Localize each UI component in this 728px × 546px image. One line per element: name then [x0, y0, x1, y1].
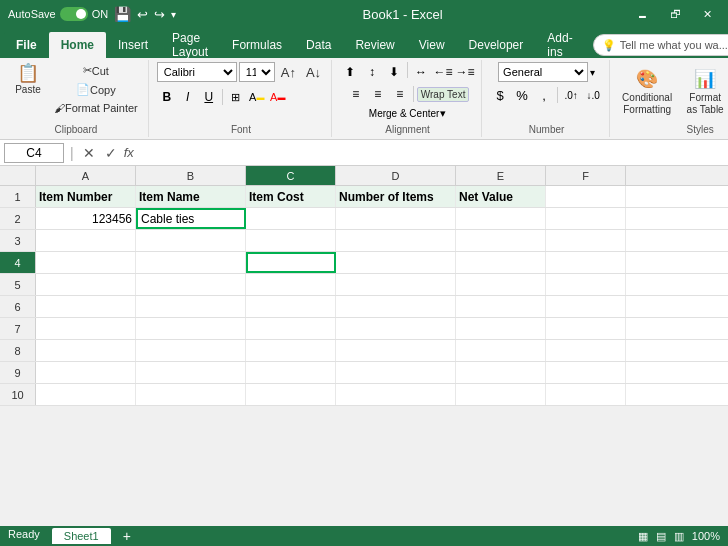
cell-c1[interactable]: Item Cost [246, 186, 336, 207]
row-header-10[interactable]: 10 [0, 384, 36, 405]
view-normal-button[interactable]: ▦ [638, 530, 648, 543]
cell-f5[interactable] [546, 274, 626, 295]
row-header-1[interactable]: 1 [0, 186, 36, 207]
cell-b8[interactable] [136, 340, 246, 361]
view-layout-button[interactable]: ▤ [656, 530, 666, 543]
row-header-5[interactable]: 5 [0, 274, 36, 295]
close-button[interactable]: ✕ [695, 6, 720, 23]
cell-d8[interactable] [336, 340, 456, 361]
tab-file[interactable]: File [4, 32, 49, 58]
cell-e5[interactable] [456, 274, 546, 295]
cell-a1[interactable]: Item Number [36, 186, 136, 207]
view-preview-button[interactable]: ▥ [674, 530, 684, 543]
cell-c7[interactable] [246, 318, 336, 339]
redo-icon[interactable]: ↪ [154, 7, 165, 22]
wrap-text-button[interactable]: Wrap Text [417, 87, 470, 102]
cell-d7[interactable] [336, 318, 456, 339]
number-format-select[interactable]: General [498, 62, 588, 82]
fill-color-button[interactable]: A▬ [247, 87, 267, 107]
font-color-button[interactable]: A▬ [268, 87, 288, 107]
cell-c10[interactable] [246, 384, 336, 405]
cell-b3[interactable] [136, 230, 246, 251]
align-bottom-button[interactable]: ⬇ [384, 62, 404, 82]
row-header-3[interactable]: 3 [0, 230, 36, 251]
increase-decimal-button[interactable]: .0↑ [561, 85, 581, 105]
format-painter-button[interactable]: 🖌 Format Painter [50, 100, 142, 116]
cell-f8[interactable] [546, 340, 626, 361]
increase-font-button[interactable]: A↑ [277, 63, 300, 82]
cell-a6[interactable] [36, 296, 136, 317]
cut-button[interactable]: ✂ Cut [50, 62, 142, 79]
tab-review[interactable]: Review [343, 32, 406, 58]
decrease-font-button[interactable]: A↓ [302, 63, 325, 82]
cell-c2[interactable] [246, 208, 336, 229]
percent-format-button[interactable]: % [512, 85, 532, 105]
cell-f3[interactable] [546, 230, 626, 251]
cell-c5[interactable] [246, 274, 336, 295]
align-center-button[interactable]: ≡ [368, 84, 388, 104]
merge-dropdown-icon[interactable]: ▾ [440, 107, 446, 120]
border-button[interactable]: ⊞ [226, 87, 246, 107]
text-direction-button[interactable]: ↔ [411, 62, 431, 82]
cell-a10[interactable] [36, 384, 136, 405]
cell-reference-box[interactable] [4, 143, 64, 163]
col-header-f[interactable]: F [546, 166, 626, 185]
tab-view[interactable]: View [407, 32, 457, 58]
cell-b4[interactable] [136, 252, 246, 273]
cell-c8[interactable] [246, 340, 336, 361]
bold-button[interactable]: B [157, 87, 177, 107]
cell-a7[interactable] [36, 318, 136, 339]
row-header-2[interactable]: 2 [0, 208, 36, 229]
cell-e8[interactable] [456, 340, 546, 361]
align-top-button[interactable]: ⬆ [340, 62, 360, 82]
dollar-format-button[interactable]: $ [490, 85, 510, 105]
cell-e7[interactable] [456, 318, 546, 339]
formula-confirm-button[interactable]: ✓ [102, 145, 120, 161]
minimize-button[interactable]: 🗕 [629, 6, 656, 23]
cell-c6[interactable] [246, 296, 336, 317]
cell-b7[interactable] [136, 318, 246, 339]
cell-f9[interactable] [546, 362, 626, 383]
row-header-9[interactable]: 9 [0, 362, 36, 383]
row-header-6[interactable]: 6 [0, 296, 36, 317]
cell-d4[interactable] [336, 252, 456, 273]
tell-me-box[interactable]: 💡 Tell me what you wa... [593, 34, 728, 56]
cell-f1[interactable] [546, 186, 626, 207]
tab-insert[interactable]: Insert [106, 32, 160, 58]
col-header-a[interactable]: A [36, 166, 136, 185]
conditional-formatting-button[interactable]: 🎨 ConditionalFormatting [618, 66, 676, 118]
underline-button[interactable]: U [199, 87, 219, 107]
cell-e3[interactable] [456, 230, 546, 251]
row-header-7[interactable]: 7 [0, 318, 36, 339]
formula-cancel-button[interactable]: ✕ [80, 145, 98, 161]
row-header-8[interactable]: 8 [0, 340, 36, 361]
font-size-select[interactable]: 11 [239, 62, 275, 82]
cell-b6[interactable] [136, 296, 246, 317]
indent-decrease-button[interactable]: ←≡ [433, 62, 453, 82]
col-header-e[interactable]: E [456, 166, 546, 185]
cell-c9[interactable] [246, 362, 336, 383]
tab-add-ins[interactable]: Add-ins [535, 32, 584, 58]
font-name-select[interactable]: Calibri [157, 62, 237, 82]
cell-b2[interactable]: Cable ties [136, 208, 246, 229]
quick-access-dropdown[interactable]: ▾ [171, 9, 176, 20]
cell-e9[interactable] [456, 362, 546, 383]
align-middle-button[interactable]: ↕ [362, 62, 382, 82]
tab-developer[interactable]: Developer [457, 32, 536, 58]
cell-d10[interactable] [336, 384, 456, 405]
sheet1-tab[interactable]: Sheet1 [52, 528, 111, 544]
cell-e1[interactable]: Net Value [456, 186, 546, 207]
cell-f4[interactable] [546, 252, 626, 273]
format-as-table-button[interactable]: 📊 Formatas Table [680, 66, 728, 118]
cell-f7[interactable] [546, 318, 626, 339]
tab-page-layout[interactable]: Page Layout [160, 32, 220, 58]
col-header-b[interactable]: B [136, 166, 246, 185]
align-left-button[interactable]: ≡ [346, 84, 366, 104]
cell-d1[interactable]: Number of Items [336, 186, 456, 207]
formula-input[interactable] [142, 140, 724, 165]
cell-b10[interactable] [136, 384, 246, 405]
cell-a5[interactable] [36, 274, 136, 295]
cell-a8[interactable] [36, 340, 136, 361]
row-header-4[interactable]: 4 [0, 252, 36, 273]
copy-button[interactable]: 📄 Copy [50, 81, 142, 98]
